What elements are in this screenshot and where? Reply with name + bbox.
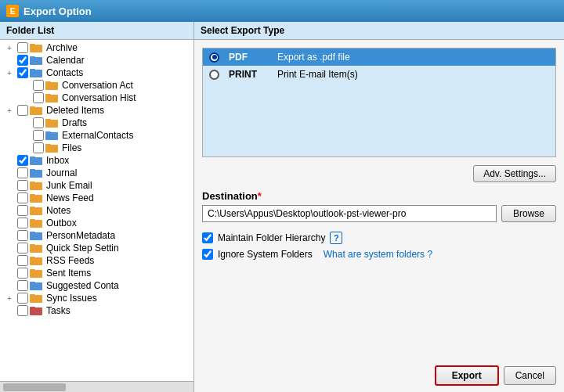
svg-rect-35 [30,257,35,259]
help-link-ignore-system[interactable]: What are system folders ? [324,249,432,260]
folder-item-external-contacts[interactable]: ExternalContacts [0,129,193,142]
folder-item-inbox[interactable]: Inbox [0,154,193,167]
folder-icon-archive [30,42,44,53]
options-section: Maintain Folder Hierarchy?Ignore System … [194,225,564,268]
folder-list-panel: Folder List + Archive Calendar+ Contacts… [0,22,194,392]
svg-rect-17 [45,144,51,146]
svg-rect-31 [30,232,35,234]
folder-checkbox-deleted-items[interactable] [17,105,28,116]
folder-expand-deleted-items[interactable]: + [3,106,16,115]
folder-checkbox-tasks[interactable] [17,305,28,316]
folder-item-outbox[interactable]: Outbox [0,217,193,229]
export-type-print[interactable]: PRINTPrint E-mail Item(s) [203,66,555,83]
scroll-thumb[interactable] [3,383,66,391]
destination-input[interactable] [202,205,497,222]
svg-rect-37 [30,269,35,272]
svg-rect-13 [45,119,51,121]
folder-icon-conversation-hist [45,92,60,103]
svg-rect-3 [30,56,35,59]
folder-expand-contacts[interactable]: + [3,69,16,77]
folder-item-tasks[interactable]: Tasks [0,304,193,317]
folder-item-journal[interactable]: Journal [0,167,193,179]
folder-checkbox-suggested-conta[interactable] [17,280,28,291]
svg-rect-25 [30,194,35,196]
dialog-title: Export Option [24,5,92,17]
folder-item-drafts[interactable]: Drafts [0,117,193,129]
folder-checkbox-outbox[interactable] [17,218,28,228]
folder-item-conversation-act[interactable]: Conversation Act [0,79,193,92]
option-checkbox-ignore-system[interactable] [202,249,213,260]
svg-rect-15 [45,131,51,134]
folder-item-archive[interactable]: + Archive [0,41,193,54]
export-type-pdf[interactable]: PDFExport as .pdf file [203,49,555,66]
folder-checkbox-news-feed[interactable] [17,192,28,203]
folder-item-files[interactable]: Files [0,142,193,154]
folder-item-rss-feeds[interactable]: RSS Feeds [0,254,193,267]
folder-checkbox-journal[interactable] [17,167,28,178]
folder-item-deleted-items[interactable]: + Deleted Items [0,104,193,117]
export-type-desc-print: Print E-mail Item(s) [277,69,358,80]
svg-rect-23 [30,182,35,184]
folder-item-notes[interactable]: Notes [0,204,193,217]
folder-item-calendar[interactable]: Calendar [0,54,193,67]
folder-item-suggested-conta[interactable]: Suggested Conta [0,279,193,292]
folder-name-person-metadata: PersonMetadata [46,230,115,241]
folder-checkbox-person-metadata[interactable] [17,230,28,241]
folder-name-conversation-hist: Conversation Hist [62,92,136,103]
folder-item-conversation-hist[interactable]: Conversation Hist [0,92,193,104]
folder-icon-deleted-items [30,105,44,116]
svg-rect-1 [30,44,35,46]
svg-rect-33 [30,244,35,246]
svg-rect-19 [30,156,35,159]
folder-icon-calendar [30,55,44,66]
folder-name-files: Files [62,142,81,153]
folder-expand-sync-issues[interactable]: + [3,294,16,303]
folder-item-quick-step[interactable]: Quick Step Settin [0,242,193,254]
folder-checkbox-external-contacts[interactable] [33,130,44,141]
folder-item-person-metadata[interactable]: PersonMetadata [0,229,193,242]
folder-icon-news-feed [30,192,44,203]
folder-checkbox-archive[interactable] [17,42,28,53]
folder-icon-person-metadata [30,230,44,241]
folder-checkbox-files[interactable] [33,142,44,153]
folder-checkbox-quick-step[interactable] [17,243,28,254]
folder-checkbox-calendar[interactable] [17,55,28,66]
cancel-button[interactable]: Cancel [504,366,556,385]
folder-name-drafts: Drafts [62,117,87,128]
folder-item-sync-issues[interactable]: + Sync Issues [0,292,193,304]
folder-checkbox-rss-feeds[interactable] [17,255,28,266]
folder-expand-archive[interactable]: + [3,44,16,52]
folder-checkbox-junk-email[interactable] [17,180,28,191]
folder-name-suggested-conta: Suggested Conta [46,280,119,291]
folder-checkbox-contacts[interactable] [17,67,28,78]
folder-item-contacts[interactable]: + Contacts [0,67,193,79]
svg-rect-9 [45,94,51,96]
folder-checkbox-sent-items[interactable] [17,268,28,279]
option-checkbox-maintain-hierarchy[interactable] [202,232,213,243]
svg-rect-7 [45,81,51,84]
folder-list[interactable]: + Archive Calendar+ Contacts Conversatio… [0,40,193,381]
folder-name-deleted-items: Deleted Items [46,105,104,116]
folder-name-archive: Archive [46,42,78,53]
folder-checkbox-sync-issues[interactable] [17,293,28,304]
radio-print[interactable] [209,70,219,80]
radio-pdf[interactable] [209,52,219,63]
folder-name-sync-issues: Sync Issues [46,293,97,304]
folder-checkbox-conversation-act[interactable] [33,80,44,91]
export-button[interactable]: Export [435,365,499,386]
help-icon-maintain-hierarchy[interactable]: ? [330,232,342,244]
adv-settings-button[interactable]: Adv. Settings... [473,165,556,182]
horizontal-scrollbar[interactable] [0,381,193,392]
folder-checkbox-notes[interactable] [17,205,28,216]
option-label-ignore-system: Ignore System Folders [218,249,313,260]
folder-item-sent-items[interactable]: Sent Items [0,267,193,279]
browse-button[interactable]: Browse [501,205,556,222]
export-type-desc-pdf: Export as .pdf file [277,52,350,63]
folder-item-junk-email[interactable]: Junk Email [0,179,193,192]
folder-icon-outbox [30,218,44,228]
folder-item-news-feed[interactable]: News Feed [0,192,193,204]
folder-checkbox-inbox[interactable] [17,155,28,166]
app-icon: E [6,5,19,17]
folder-checkbox-conversation-hist[interactable] [33,92,44,103]
folder-checkbox-drafts[interactable] [33,117,44,128]
